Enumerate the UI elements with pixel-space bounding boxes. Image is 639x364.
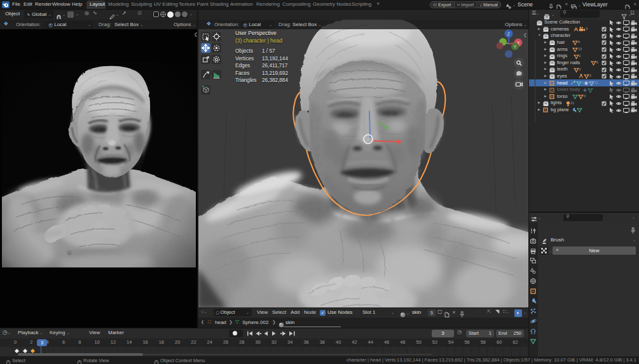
svg-text:Y: Y [514, 44, 517, 49]
svg-text:Z: Z [507, 32, 511, 36]
